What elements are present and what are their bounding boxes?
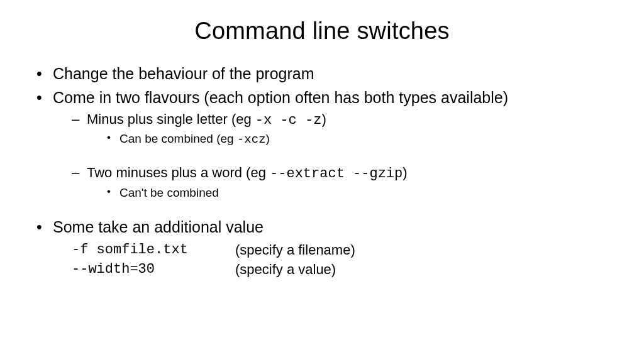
- bullet-1-text: Change the behaviour of the program: [53, 65, 314, 82]
- value-row-1-desc: (specify a filename): [235, 241, 355, 260]
- bullet-list: Change the behaviour of the program Come…: [25, 63, 619, 280]
- value-row-1: -f somfile.txt (specify a filename): [72, 241, 619, 260]
- value-row-2: --width=30 (specify a value): [72, 260, 619, 280]
- bullet-2-2-code: --extract --gzip: [270, 166, 402, 182]
- bullet-1: Change the behaviour of the program: [36, 63, 619, 85]
- bullet-2-1-1-code: -xcz: [237, 133, 266, 146]
- bullet-2-1-1: Can be combined (eg -xcz): [107, 131, 619, 148]
- value-row-2-code: --width=30: [72, 260, 235, 280]
- bullet-2-1-sublist: Can be combined (eg -xcz): [87, 131, 619, 148]
- slide-title: Command line switches: [25, 18, 619, 45]
- bullet-2-1-1-post: ): [266, 132, 270, 145]
- bullet-2-1: Minus plus single letter (eg -x -c -z) C…: [72, 110, 619, 148]
- bullet-2: Come in two flavours (each option often …: [36, 87, 619, 200]
- bullet-2-1-1-pre: Can be combined (eg: [119, 132, 237, 145]
- value-row-2-desc: (specify a value): [235, 260, 336, 280]
- spacer-2: [36, 203, 619, 217]
- bullet-3-text: Some take an additional value: [53, 218, 264, 236]
- bullet-2-2-1: Can't be combined: [107, 185, 619, 201]
- spacer: [72, 150, 619, 163]
- bullet-2-1-post: ): [321, 111, 326, 127]
- bullet-2-sublist: Minus plus single letter (eg -x -c -z) C…: [53, 110, 619, 201]
- bullet-3: Some take an additional value -f somfile…: [36, 217, 619, 279]
- bullet-2-1-pre: Minus plus single letter (eg: [87, 111, 255, 127]
- bullet-2-2: Two minuses plus a word (eg --extract --…: [72, 163, 619, 200]
- value-block: -f somfile.txt (specify a filename) --wi…: [53, 241, 619, 280]
- value-row-1-code: -f somfile.txt: [72, 241, 235, 260]
- bullet-2-2-pre: Two minuses plus a word (eg: [87, 165, 270, 180]
- bullet-2-2-post: ): [402, 165, 407, 180]
- bullet-2-text: Come in two flavours (each option often …: [53, 89, 508, 106]
- bullet-2-1-code: -x -c -z: [255, 112, 322, 128]
- bullet-2-2-1-text: Can't be combined: [119, 186, 219, 199]
- bullet-2-2-sublist: Can't be combined: [87, 185, 619, 201]
